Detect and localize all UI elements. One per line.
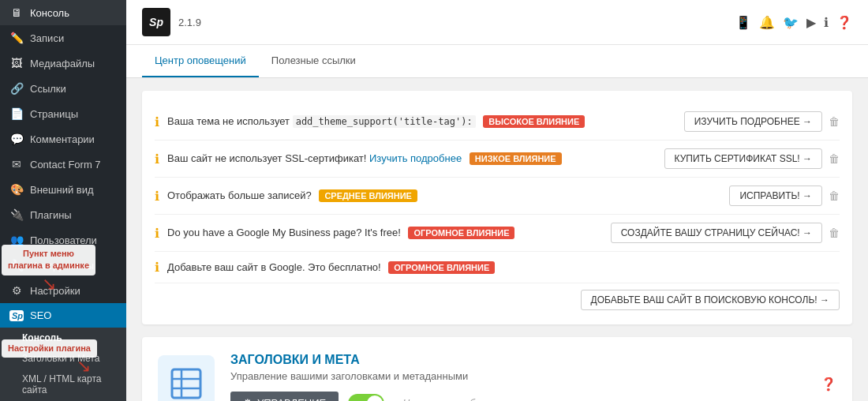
mobile-icon[interactable]: 📱 [735,15,751,30]
notif-icon-3: ℹ [155,189,159,204]
posts-icon: ✏️ [9,32,24,44]
users-icon: 👥 [9,234,24,246]
toggle-container: ← Нажмите, чтобы отключить [348,394,537,402]
tab-useful-links[interactable]: Полезные ссылки [259,45,369,77]
notif-text-4: Do you have a Google My Business page? I… [167,227,514,239]
section-help-icon[interactable]: ❓ [821,377,836,392]
badge-3: СРЕДНЕЕ ВЛИЯНИЕ [319,189,417,202]
sidebar-item-comments[interactable]: 💬 Комментарии [0,126,126,152]
main-content: Sp 2.1.9 📱 🔔 🐦 ▶ ℹ ❓ Центр оповещений По… [126,0,868,401]
links-icon: 🔗 [9,82,24,95]
top-bar-icons: 📱 🔔 🐦 ▶ ℹ ❓ [735,15,852,30]
badge-4: ОГРОМНОЕ ВЛИЯНИЕ [408,227,514,239]
notif-icon-5: ℹ [155,260,159,275]
btn-create-page[interactable]: СОЗДАЙТЕ ВАШУ СТРАНИЦУ СЕЙЧАС! → [611,223,822,243]
sidebar-item-users[interactable]: 👥 Пользователи [0,227,126,253]
plugins-icon: 🔌 [9,208,24,221]
tools-icon: 🔧 [9,259,24,272]
btn-add-to-search[interactable]: ДОБАВЬТЕ ВАШ САЙТ В ПОИСКОВУЮ КОНСОЛЬ! → [581,290,840,310]
comments-icon: 💬 [9,133,24,145]
sidebar-item-pages[interactable]: 📄 Страницы [0,101,126,126]
plugin-actions: ⚙ УПРАВЛЕНИЕ ← Нажмите, чтобы отключить [230,392,805,401]
bell-icon[interactable]: 🔔 [759,15,775,30]
btn-manage[interactable]: ⚙ УПРАВЛЕНИЕ [230,392,339,401]
plugin-title: ЗАГОЛОВКИ И МЕТА [230,353,805,367]
btn-learn-more-1[interactable]: ИЗУЧИТЬ ПОДРОБНЕЕ → [684,111,822,132]
trash-icon-4[interactable]: 🗑 [829,227,840,239]
notif-icon-2: ℹ [155,152,159,167]
btn-buy-ssl[interactable]: КУПИТЬ СЕРТИФИКАТ SSL! → [664,148,822,169]
gear-icon: ⚙ [243,397,253,401]
notif-text-3: Отображать больше записей? СРЕДНЕЕ ВЛИЯН… [167,189,417,202]
settings-icon: ⚙ [9,284,24,297]
sidebar-item-tools[interactable]: 🔧 Инструменты [0,253,126,278]
notification-row-3: ℹ Отображать больше записей? СРЕДНЕЕ ВЛИ… [155,178,840,215]
sidebar-item-plugins[interactable]: 🔌 Плагины [0,202,126,227]
sidebar-item-media[interactable]: 🖼 Медиафайлы [0,51,126,76]
sidebar-item-links[interactable]: 🔗 Ссылки [0,76,126,101]
sp-logo: Sp [142,8,170,36]
sub-item-xml-html[interactable]: XML / HTML карта сайта [0,369,126,400]
trash-icon-1[interactable]: 🗑 [829,115,840,128]
top-bar-left: Sp 2.1.9 [142,8,201,36]
ssl-link[interactable]: Изучить подробнее [369,152,462,164]
sub-item-headers-meta[interactable]: Заголовки и Мета [0,348,126,369]
notifications-card: ℹ Ваша тема не использует add_theme_supp… [142,91,852,324]
pages-icon: 📄 [9,107,24,120]
svg-rect-0 [172,369,200,398]
sidebar-item-posts[interactable]: ✏️ Записи [0,25,126,51]
notif-icon-1: ℹ [155,114,159,129]
toggle-switch[interactable] [348,394,384,402]
sidebar-item-appearance[interactable]: 🎨 Внешний вид [0,177,126,202]
sidebar-item-seo[interactable]: Sp SEO [0,303,126,328]
notif-text-1: Ваша тема не использует add_theme_suppor… [167,115,585,128]
help-icon[interactable]: ❓ [836,15,852,30]
sidebar-item-settings[interactable]: ⚙ Настройки [0,278,126,303]
notification-row-5: ℹ Добавьте ваш сайт в Google. Это беспла… [155,252,840,283]
plugin-section: ЗАГОЛОВКИ И МЕТА Управление вашими загол… [142,337,852,401]
btn-fix-3[interactable]: ИСПРАВИТЬ! → [729,186,822,206]
toggle-label: ← Нажмите, чтобы отключить [391,398,537,402]
table-icon [169,366,204,401]
sub-item-konsole[interactable]: Консоль [0,328,126,348]
media-icon: 🖼 [9,57,24,69]
seo-icon: Sp [9,310,24,321]
appearance-icon: 🎨 [9,183,24,196]
tabs-bar: Центр оповещений Полезные ссылки [126,45,868,78]
notif-text-5: Добавьте ваш сайт в Google. Это бесплатн… [167,261,495,274]
notification-row-4: ℹ Do you have a Google My Business page?… [155,215,840,252]
sidebar: 🖥 Консоль ✏️ Записи 🖼 Медиафайлы 🔗 Ссылк… [0,0,126,401]
notification-row-2: ℹ Ваш сайт не использует SSL-сертификат!… [155,141,840,178]
sidebar-item-contact[interactable]: ✉ Contact Form 7 [0,152,126,177]
plugin-info: ЗАГОЛОВКИ И МЕТА Управление вашими загол… [230,353,805,401]
sidebar-item-console[interactable]: 🖥 Консоль [0,0,126,25]
tab-notifications[interactable]: Центр оповещений [142,45,259,77]
trash-icon-2[interactable]: 🗑 [829,152,840,165]
info-icon[interactable]: ℹ [824,15,829,30]
notif-icon-4: ℹ [155,226,159,241]
notification-row-1: ℹ Ваша тема не использует add_theme_supp… [155,103,840,141]
trash-icon-3[interactable]: 🗑 [829,189,840,202]
twitter-icon[interactable]: 🐦 [783,15,799,30]
plugin-icon-box [158,355,215,401]
badge-1: ВЫСОКОЕ ВЛИЯНИЕ [483,115,585,128]
badge-5: ОГРОМНОЕ ВЛИЯНИЕ [388,261,495,274]
plugin-desc: Управление вашими заголовками и метаданн… [230,370,805,382]
seo-submenu: Консоль Заголовки и Мета XML / HTML карт… [0,328,126,401]
video-icon[interactable]: ▶ [806,15,816,30]
badge-2: НИЗКОЕ ВЛИЯНИЕ [470,152,562,165]
version-text: 2.1.9 [178,17,201,28]
content-area: ℹ Ваша тема не использует add_theme_supp… [126,78,868,401]
notif-text-2: Ваш сайт не использует SSL-сертификат! И… [167,152,562,165]
contact-icon: ✉ [9,158,24,171]
top-bar: Sp 2.1.9 📱 🔔 🐦 ▶ ℹ ❓ [126,0,868,45]
console-icon: 🖥 [9,6,24,19]
